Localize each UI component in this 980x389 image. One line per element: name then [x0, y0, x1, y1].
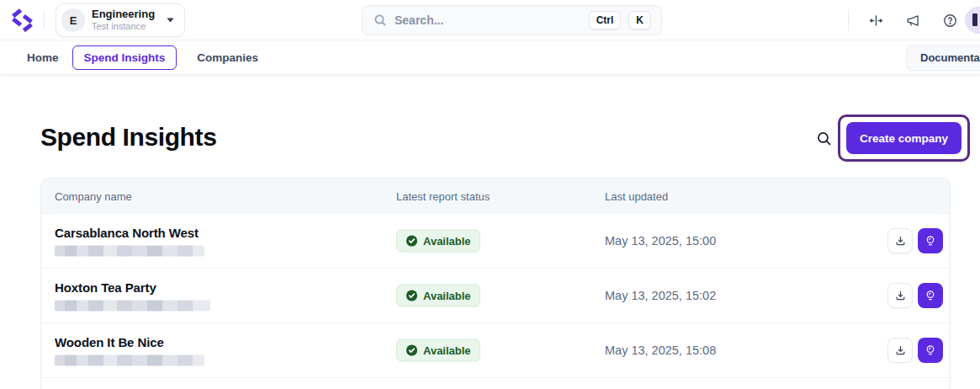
app-logo-icon [8, 6, 36, 35]
company-name: Wooden It Be Nice [55, 335, 204, 349]
table-row[interactable]: Carsablanca North West Available May 13,… [41, 214, 950, 269]
app-window: E Engineering Test instance Ctrl K [0, 0, 980, 389]
help-button[interactable] [940, 11, 959, 29]
row-actions [887, 228, 943, 253]
view-insights-button[interactable] [918, 338, 943, 363]
lightbulb-icon [924, 289, 937, 302]
status-label: Available [423, 235, 471, 248]
main-nav: Home Spend Insights Companies Documentat… [0, 40, 980, 75]
download-report-button[interactable] [887, 283, 913, 308]
check-circle-icon [405, 235, 418, 248]
search-icon [373, 13, 387, 27]
nav-item-spend-insights[interactable]: Spend Insights [72, 45, 177, 70]
table-row-partial [41, 378, 950, 389]
download-icon [894, 344, 907, 357]
column-last-updated: Last updated [605, 189, 668, 202]
divider [44, 10, 45, 30]
table-header-row: Company name Latest report status Last u… [41, 179, 950, 214]
org-switcher[interactable]: E Engineering Test instance [56, 3, 185, 37]
row-actions [887, 338, 943, 363]
company-name: Carsablanca North West [55, 226, 204, 240]
last-updated-value: May 13, 2025, 15:02 [605, 289, 716, 302]
status-badge: Available [396, 230, 480, 253]
download-report-button[interactable] [887, 228, 913, 253]
company-cell: Carsablanca North West [55, 226, 204, 257]
divider [848, 9, 849, 31]
download-icon [894, 235, 907, 248]
row-actions [887, 283, 943, 308]
company-name: Hoxton Tea Party [55, 280, 210, 295]
org-name: Engineering [92, 8, 155, 21]
user-avatar[interactable] [965, 7, 980, 34]
panel-resize-icon [868, 13, 884, 29]
status-label: Available [423, 344, 471, 357]
global-search[interactable]: Ctrl K [362, 5, 662, 35]
check-circle-icon [405, 290, 418, 302]
top-bar: E Engineering Test instance Ctrl K [0, 0, 980, 40]
status-cell: Available [396, 339, 480, 362]
status-badge: Available [396, 339, 480, 362]
megaphone-icon [905, 13, 921, 29]
search-input[interactable] [395, 13, 581, 27]
org-subtitle: Test instance [92, 21, 155, 32]
nav-item-companies[interactable]: Companies [188, 45, 267, 70]
panel-resize-button[interactable] [866, 11, 885, 29]
companies-table: Company name Latest report status Last u… [40, 178, 951, 389]
announcements-button[interactable] [903, 11, 922, 29]
search-icon [816, 131, 832, 147]
status-label: Available [423, 290, 471, 302]
page-title: Spend Insights [40, 123, 216, 152]
view-insights-button[interactable] [918, 228, 943, 253]
status-cell: Available [396, 230, 480, 253]
last-updated-value: May 13, 2025, 15:08 [605, 344, 716, 357]
documentation-button[interactable]: Documentation [906, 45, 980, 71]
table-row[interactable]: Hoxton Tea Party Available May 13, 2025,… [41, 269, 950, 323]
shortcut-k-key: K [628, 11, 651, 29]
check-circle-icon [405, 344, 418, 357]
download-report-button[interactable] [887, 338, 913, 363]
company-cell: Hoxton Tea Party [55, 280, 210, 312]
lightbulb-icon [924, 344, 937, 357]
redacted-subtitle [55, 301, 210, 312]
status-badge: Available [396, 285, 480, 307]
column-company-name: Company name [55, 189, 132, 202]
shortcut-ctrl-key: Ctrl [589, 11, 622, 29]
lightbulb-icon [924, 234, 937, 248]
org-avatar: E [61, 8, 85, 32]
download-icon [894, 290, 907, 302]
company-cell: Wooden It Be Nice [55, 335, 204, 366]
column-latest-report-status: Latest report status [396, 189, 490, 202]
redacted-subtitle [55, 246, 204, 257]
status-cell: Available [396, 285, 480, 307]
table-row[interactable]: Wooden It Be Nice Available May 13, 2025… [41, 323, 950, 378]
table-search-button[interactable] [813, 128, 834, 148]
last-updated-value: May 13, 2025, 15:00 [605, 234, 716, 248]
redacted-subtitle [55, 355, 204, 366]
view-insights-button[interactable] [918, 283, 943, 308]
nav-item-home[interactable]: Home [19, 45, 67, 70]
chevron-down-icon [167, 18, 174, 23]
help-icon [942, 13, 958, 29]
create-company-button[interactable]: Create company [846, 122, 961, 154]
